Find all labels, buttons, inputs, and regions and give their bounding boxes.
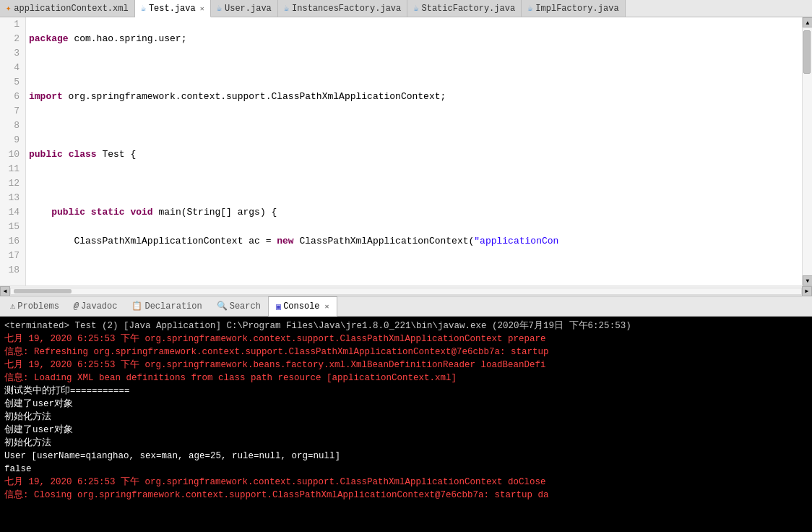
javadoc-icon: @: [74, 301, 79, 312]
java-icon-impl: ☕: [527, 3, 532, 14]
console-line-10: User [userName=qianghao, sex=man, age=25…: [4, 450, 808, 463]
line-numbers: 1 2 3 4 5 6 7 8 9 10 11 12 13 14 15 16 1…: [0, 17, 26, 286]
scroll-up-btn[interactable]: ▲: [803, 17, 812, 27]
console-line-7: 初始化方法: [4, 411, 808, 424]
tab-label-console: Console: [283, 301, 319, 312]
scroll-left-btn[interactable]: ◀: [0, 286, 10, 296]
scroll-track[interactable]: [803, 27, 812, 275]
tab-staticFactory[interactable]: ☕ StaticFactory.java: [407, 0, 522, 17]
line-num-1: 1: [3, 17, 20, 32]
problems-icon: ⚠: [10, 301, 15, 312]
console-line-9: 初始化方法: [4, 437, 808, 450]
console-line-8: 创建了user对象: [4, 424, 808, 437]
bottom-panel: ⚠ Problems @ Javadoc 📋 Declaration 🔍 Sea…: [0, 296, 812, 532]
console-line-13: 信息: Closing org.springframework.context.…: [4, 489, 808, 502]
line-num-4: 4: [3, 61, 20, 75]
line-num-13: 13: [3, 191, 20, 205]
tab-label-staticFactory: StaticFactory.java: [422, 4, 516, 14]
java-icon-if: ☕: [284, 3, 289, 14]
console-line-4: 信息: Loading XML bean definitions from cl…: [4, 372, 808, 385]
java-icon-test: ☕: [141, 3, 146, 14]
tab-label-problems: Problems: [17, 301, 59, 312]
h-scroll-thumb[interactable]: [14, 289, 72, 293]
tab-label-test: Test.java: [149, 4, 196, 14]
console-line-12: 七月 19, 2020 6:25:53 下午 org.springframewo…: [4, 476, 808, 489]
editor-tab-bar: ✦ applicationContext.xml ☕ Test.java ✕ ☕…: [0, 0, 812, 17]
h-scroll-track[interactable]: [10, 288, 802, 295]
line-num-15: 15: [3, 220, 20, 234]
code-line-4: [29, 119, 799, 133]
line-num-3: 3: [3, 46, 20, 61]
close-tab-test[interactable]: ✕: [200, 4, 204, 13]
tab-console[interactable]: ▣ Console ✕: [268, 296, 337, 317]
line-num-11: 11: [3, 162, 20, 176]
code-line-8: ClassPathXmlApplicationContext ac = new …: [29, 234, 799, 249]
line-num-10: 10: [3, 147, 20, 162]
tab-user[interactable]: ☕ User.java: [211, 0, 278, 17]
console-icon: ▣: [276, 301, 281, 312]
console-line-5: 测试类中的打印===========: [4, 385, 808, 398]
tab-label-javadoc: Javadoc: [81, 301, 117, 312]
vertical-scrollbar[interactable]: ▲ ▼: [802, 17, 812, 286]
java-icon-user: ☕: [217, 3, 222, 14]
scroll-thumb[interactable]: [803, 30, 811, 74]
code-line-7: public static void main(String[] args) {: [29, 205, 799, 220]
close-console-btn[interactable]: ✕: [325, 302, 329, 311]
tab-instancesFactory[interactable]: ☕ InstancesFactory.java: [278, 0, 407, 17]
tab-label-applicationContext: applicationContext.xml: [14, 4, 128, 14]
line-num-12: 12: [3, 176, 20, 191]
code-line-5: public class Test {: [29, 147, 799, 162]
line-num-18: 18: [3, 263, 20, 278]
editor-container: ✦ applicationContext.xml ☕ Test.java ✕ ☕…: [0, 0, 812, 296]
line-num-17: 17: [3, 249, 20, 263]
console-line-6: 创建了user对象: [4, 398, 808, 411]
line-num-16: 16: [3, 234, 20, 249]
code-line-1: package com.hao.spring.user;: [29, 32, 799, 46]
tab-label-declaration: Declaration: [144, 301, 202, 312]
tab-label-implFactory: ImplFactory.java: [535, 4, 618, 14]
console-line-3: 七月 19, 2020 6:25:53 下午 org.springframewo…: [4, 359, 808, 372]
code-area: 1 2 3 4 5 6 7 8 9 10 11 12 13 14 15 16 1…: [0, 17, 812, 286]
code-line-6: [29, 176, 799, 191]
code-editor[interactable]: package com.hao.spring.user; import org.…: [26, 17, 802, 286]
tab-label-user: User.java: [225, 4, 272, 14]
line-num-14: 14: [3, 205, 20, 220]
tab-declaration[interactable]: 📋 Declaration: [124, 296, 209, 317]
console-terminated-line: <terminated> Test (2) [Java Application]…: [4, 319, 808, 332]
declaration-icon: 📋: [131, 301, 142, 312]
search-icon: 🔍: [217, 301, 228, 312]
line-num-9: 9: [3, 133, 20, 147]
console-line-2: 信息: Refreshing org.springframework.conte…: [4, 346, 808, 359]
tab-search[interactable]: 🔍 Search: [210, 296, 268, 317]
code-line-2: [29, 61, 799, 75]
tab-problems[interactable]: ⚠ Problems: [3, 296, 66, 317]
line-num-5: 5: [3, 75, 20, 90]
code-line-9: [29, 263, 799, 278]
console-line-11: false: [4, 463, 808, 476]
java-icon-sf: ☕: [413, 3, 418, 14]
xml-icon: ✦: [6, 3, 11, 14]
line-num-7: 7: [3, 104, 20, 119]
tab-label-instancesFactory: InstancesFactory.java: [292, 4, 401, 14]
horizontal-scrollbar[interactable]: ◀ ▶: [0, 286, 812, 296]
tab-label-search: Search: [230, 301, 261, 312]
line-num-2: 2: [3, 32, 20, 46]
tab-javadoc[interactable]: @ Javadoc: [66, 296, 125, 317]
scroll-down-btn[interactable]: ▼: [803, 275, 812, 286]
tab-applicationContext[interactable]: ✦ applicationContext.xml: [0, 0, 135, 17]
line-num-6: 6: [3, 90, 20, 104]
code-line-3: import org.springframework.context.suppo…: [29, 90, 799, 104]
tab-test[interactable]: ☕ Test.java ✕: [135, 0, 211, 17]
bottom-tab-bar: ⚠ Problems @ Javadoc 📋 Declaration 🔍 Sea…: [0, 296, 812, 317]
console-output: <terminated> Test (2) [Java Application]…: [0, 317, 812, 532]
scroll-right-btn[interactable]: ▶: [802, 286, 812, 296]
line-num-8: 8: [3, 119, 20, 133]
console-line-1: 七月 19, 2020 6:25:53 下午 org.springframewo…: [4, 332, 808, 346]
tab-implFactory[interactable]: ☕ ImplFactory.java: [522, 0, 625, 17]
